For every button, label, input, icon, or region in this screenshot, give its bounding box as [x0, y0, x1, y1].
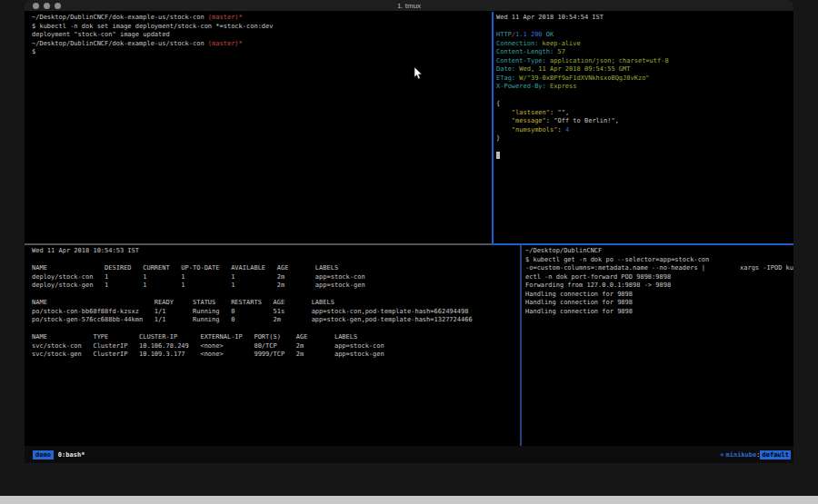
- command-line: $ kubectl -n dok set image deployment/st…: [32, 23, 492, 32]
- command-line: ectl -n dok port-forward POD 9898:9898: [525, 273, 793, 282]
- command-output: Forwarding from 127.0.0.1:9898 -> 9898: [525, 282, 793, 291]
- http-header: Date: Wed, 11 Apr 2018 09:54:55 GMT: [496, 65, 793, 74]
- http-header: Content-Type: application/json; charset=…: [496, 57, 793, 66]
- table-row: po/stock-con-bb68f88fd-kzsxz 1/1 Running…: [32, 308, 520, 317]
- command-output: Handling connection for 9898: [525, 308, 793, 317]
- prompt-cursor-line: $: [32, 48, 492, 57]
- kube-context: minikube: [726, 451, 757, 459]
- json-open-brace: {: [496, 100, 793, 109]
- deployments-table-header: NAME DESIRED CURRENT UP-TO-DATE AVAILABL…: [32, 264, 520, 273]
- timestamp: Wed 11 Apr 2018 10:54:54 IST: [496, 14, 793, 23]
- http-header: X-Powered-By: Express: [496, 83, 793, 92]
- window-list-item[interactable]: 0:bash*: [58, 451, 85, 459]
- command-output: Handling connection for 9898: [525, 291, 793, 300]
- status-left: demo 0:bash*: [33, 450, 85, 460]
- pane-top-right[interactable]: Wed 11 Apr 2018 10:54:54 IST HTTP/1.1 20…: [494, 12, 793, 243]
- tmux-status-bar: demo 0:bash* ⎈ minikube : default: [25, 446, 793, 463]
- kube-namespace-badge: default: [760, 450, 791, 460]
- pods-table-header: NAME READY STATUS RESTARTS AGE LABELS: [32, 299, 520, 308]
- pane-divider-horizontal-right[interactable]: [494, 243, 793, 245]
- table-row: deploy/stock-con 1 1 1 1 2m app=stock-co…: [32, 273, 520, 282]
- table-row: svc/stock-con ClusterIP 10.106.78.249 <n…: [32, 342, 520, 351]
- status-right: ⎈ minikube : default: [720, 450, 791, 460]
- table-row: po/stock-gen-576cc688bb-44kmn 1/1 Runnin…: [32, 316, 520, 325]
- terminal-window: 1. tmux ~/Desktop/DublinCNCF/dok-example…: [25, 0, 793, 463]
- timestamp: Wed 11 Apr 2018 10:54:53 IST: [32, 247, 520, 256]
- pane-bottom-right[interactable]: ~/Desktop/DublinCNCF $ kubectl get -n do…: [522, 245, 793, 446]
- table-row: deploy/stock-gen 1 1 1 1 2m app=stock-ge…: [32, 282, 520, 291]
- pane-top-left[interactable]: ~/Desktop/DublinCNCF/dok-example-us/stoc…: [25, 12, 492, 243]
- mouse-pointer-icon: [414, 67, 423, 80]
- http-status-line: HTTP/1.1 200 OK: [496, 31, 793, 40]
- prompt-line: ~/Desktop/DublinCNCF: [525, 247, 793, 256]
- screenshot-root: 1. tmux ~/Desktop/DublinCNCF/dok-example…: [0, 0, 818, 504]
- terminal-cursor-line: [496, 152, 793, 161]
- session-name-badge: demo: [33, 450, 54, 460]
- pane-bottom-left[interactable]: Wed 11 Apr 2018 10:54:53 IST NAME DESIRE…: [25, 245, 520, 446]
- bottom-strip: [0, 496, 818, 504]
- command-output: deployment "stock-con" image updated: [32, 31, 492, 40]
- window-title: 1. tmux: [25, 1, 793, 11]
- prompt-line: ~/Desktop/DublinCNCF/dok-example-us/stoc…: [32, 14, 492, 23]
- command-output: Handling connection for 9898: [525, 299, 793, 308]
- http-header: Content-Length: 57: [496, 48, 793, 57]
- json-row: "lastseen": "",: [496, 109, 793, 118]
- git-branch: (master)*: [204, 14, 243, 21]
- tmux-panes: ~/Desktop/DublinCNCF/dok-example-us/stoc…: [25, 12, 793, 446]
- services-table-header: NAME TYPE CLUSTER-IP EXTERNAL-IP PORT(S)…: [32, 333, 520, 342]
- http-header: ETag: W/"39-0xBPf9aF1dXVNkhsxoBQgJ8vKzo": [496, 74, 793, 84]
- json-close-brace: }: [496, 134, 793, 143]
- command-line: -o=custom-columns=:metadata.name --no-he…: [525, 264, 793, 273]
- helm-wheel-icon: ⎈: [720, 451, 723, 459]
- prompt-line: ~/Desktop/DublinCNCF/dok-example-us/stoc…: [32, 40, 492, 49]
- terminal-cursor: [496, 152, 500, 159]
- http-header: Connection: keep-alive: [496, 40, 793, 49]
- command-line: $ kubectl get -n dok po --selector=app=s…: [525, 256, 793, 265]
- table-row: svc/stock-gen ClusterIP 10.109.3.177 <no…: [32, 351, 520, 360]
- pane-divider-vertical-bottom[interactable]: [520, 245, 522, 446]
- pane-divider-horizontal-left[interactable]: [25, 243, 492, 245]
- json-row: "message": "Off to Berlin!",: [496, 117, 793, 126]
- window-titlebar[interactable]: 1. tmux: [25, 0, 793, 12]
- pane-divider-vertical-top[interactable]: [492, 12, 494, 245]
- json-row: "numsymbols": 4: [496, 126, 793, 135]
- git-branch: (master)*: [204, 40, 243, 47]
